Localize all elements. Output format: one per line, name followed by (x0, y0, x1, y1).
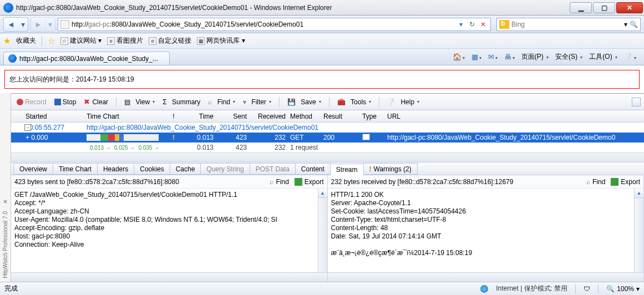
close-button[interactable]: ✕ (616, 2, 643, 13)
panel-close-icon[interactable]: × (3, 196, 7, 208)
addr-dropdown-icon[interactable]: ▾ (456, 19, 466, 29)
fav-image-search[interactable]: e看图搜片 (107, 36, 143, 45)
httpwatch-label: HttpWatch Professional 7.0 (2, 208, 8, 282)
fav-star-icon: ☆ (48, 36, 55, 46)
mail-icon[interactable]: ✉▾ (488, 53, 498, 61)
search-placeholder: Bing (511, 21, 624, 28)
status-bar: 完成 Internet | 保护模式: 禁用 🛡 🔍100%▾ (0, 282, 644, 295)
zoom-control[interactable]: 🔍100%▾ (606, 285, 640, 293)
find-icon: ⌕ (208, 98, 212, 106)
grid-request-row[interactable]: + 0.000 ! 0.013 423 232 GET 200 http://g… (11, 133, 644, 143)
help-icon[interactable]: ❔▾ (624, 53, 636, 61)
status-zone: Internet | 保护模式: 禁用 (496, 284, 567, 293)
filter-icon: ▾ (243, 98, 246, 106)
summary-button[interactable]: Σ Summary (160, 97, 202, 107)
col-method[interactable]: Method (288, 113, 321, 120)
forward-button[interactable]: ► (31, 17, 46, 32)
ie-icon (3, 3, 13, 13)
back-history-button[interactable]: ▾ (18, 17, 28, 32)
record-button[interactable]: Record (14, 97, 49, 107)
refresh-icon[interactable]: ↻ (467, 19, 477, 29)
tab-post-data[interactable]: POST Data (250, 163, 296, 175)
privacy-icon[interactable]: 🛡 (584, 285, 590, 293)
vscroll[interactable]: ▲ (318, 189, 327, 272)
col-chart[interactable]: Time Chart (84, 113, 168, 120)
favorites-label[interactable]: 收藏夹 (16, 36, 36, 45)
search-box[interactable]: Bing ▾ 🔍 (496, 18, 641, 31)
maximize-button[interactable]: ▢ (593, 2, 615, 13)
fav-custom-links[interactable]: e自定义链接 (149, 36, 191, 45)
filter-button[interactable]: ▾ Filter▾ (241, 97, 273, 107)
tab-stream[interactable]: Stream (330, 164, 364, 175)
fav-suggested[interactable]: ☆建议网站 ▾ (60, 36, 102, 45)
response-raw[interactable]: HTTP/1.1 200 OK Server: Apache-Coyote/1.… (328, 189, 644, 272)
search-dropdown-icon[interactable]: ▾ (624, 21, 627, 28)
view-icon: ▤ (124, 98, 130, 106)
globe-icon (480, 285, 488, 293)
command-bar: 🏠▾ ▦▾ ✉▾ 🖶▾ 页面(P) ▾ 安全(S) ▾ 工具(O) ▾ ❔▾ (453, 48, 641, 65)
window-title: http://gacl-pc:8080/JavaWeb_Cookie_Study… (16, 4, 570, 12)
fav-web-slices[interactable]: ▦网页快讯库 ▾ (197, 36, 245, 45)
col-started[interactable]: Started (23, 113, 84, 120)
cmd-page[interactable]: 页面(P) ▾ (521, 52, 549, 62)
col-ex[interactable]: ! (168, 113, 180, 120)
tab-headers[interactable]: Headers (97, 163, 134, 175)
clear-button[interactable]: ✖Clear (82, 97, 110, 107)
collapse-icon[interactable]: − (24, 124, 31, 131)
cmd-tools[interactable]: 工具(O) ▾ (589, 52, 617, 62)
bing-icon (499, 20, 509, 29)
request-raw[interactable]: GET /JavaWeb_Cookie_Study_20140715/servl… (11, 189, 327, 272)
tab-cookies[interactable]: Cookies (134, 163, 170, 175)
detach-button[interactable] (632, 98, 641, 106)
home-icon[interactable]: 🏠▾ (453, 53, 465, 61)
res-hscroll[interactable] (328, 272, 644, 282)
col-result[interactable]: Result (321, 113, 360, 120)
vscroll[interactable]: ▲ (634, 189, 643, 272)
minimize-button[interactable]: ▁ (570, 2, 592, 13)
link-icon: ☆ (60, 37, 68, 45)
stream-panes: 423 bytes sent to [fe80::d578:2ca7:c5fc:… (11, 175, 644, 282)
col-type[interactable]: Type (360, 113, 385, 120)
forward-history-button[interactable]: ▾ (45, 17, 55, 32)
req-find-button[interactable]: ⌕Find (270, 178, 288, 186)
tools-icon: 🧰 (337, 98, 346, 106)
req-export-button[interactable]: Export (295, 178, 324, 186)
stop-button[interactable]: Stop (52, 97, 79, 107)
help-q-icon: ❔ (387, 98, 395, 106)
col-url[interactable]: URL (385, 113, 644, 120)
divider (42, 36, 42, 46)
tab-content[interactable]: Content (295, 163, 331, 175)
col-sent[interactable]: Sent (216, 113, 249, 120)
back-button[interactable]: ◄ (3, 17, 19, 32)
find-button[interactable]: ⌕ Find▾ (206, 97, 237, 107)
address-text: http://gacl-pc:8080/JavaWeb_Cookie_Study… (72, 21, 455, 28)
grid-group-row[interactable]: − 00:05:55.277 http://gacl-pc:8080/JavaW… (11, 123, 644, 133)
hw-help-button[interactable]: ❔ Help▾ (385, 97, 422, 107)
col-recv[interactable]: Received (249, 113, 288, 120)
hw-tools-button[interactable]: 🧰 Tools▾ (335, 97, 373, 107)
tab-overview[interactable]: Overview (13, 163, 53, 175)
feeds-icon[interactable]: ▦▾ (471, 53, 481, 61)
tab-query-string[interactable]: Query String (200, 163, 250, 175)
cmd-safety[interactable]: 安全(S) ▾ (555, 52, 582, 62)
grid-hscroll[interactable] (11, 152, 644, 162)
col-time[interactable]: Time (180, 113, 216, 120)
print-icon[interactable]: 🖶▾ (504, 53, 515, 61)
find-icon: ⌕ (586, 178, 590, 186)
tab-time-chart[interactable]: Time Chart (53, 163, 98, 175)
view-button[interactable]: ▤ View▾ (122, 97, 157, 107)
address-bar[interactable]: http://gacl-pc:8080/JavaWeb_Cookie_Study… (58, 18, 491, 31)
search-icon[interactable]: 🔍 (630, 21, 638, 28)
response-pane: 232 bytes received by [fe80::d578:2ca7:c… (328, 175, 645, 282)
stop-icon (54, 99, 61, 105)
tab-cache[interactable]: Cache (170, 163, 201, 175)
favorites-star-icon[interactable]: ★ (3, 36, 11, 46)
tab-warnings[interactable]: !Warnings (2) (363, 163, 418, 175)
stop-icon[interactable]: ✕ (478, 19, 488, 29)
res-find-button[interactable]: ⌕Find (586, 178, 605, 186)
res-export-button[interactable]: Export (611, 178, 640, 186)
window-titlebar: http://gacl-pc:8080/JavaWeb_Cookie_Study… (0, 0, 644, 16)
save-button[interactable]: 💾 Save▾ (285, 97, 323, 107)
req-hscroll[interactable] (11, 272, 327, 282)
browser-tab[interactable]: http://gacl-pc:8080/JavaWeb_Cookie_Study… (3, 52, 170, 65)
